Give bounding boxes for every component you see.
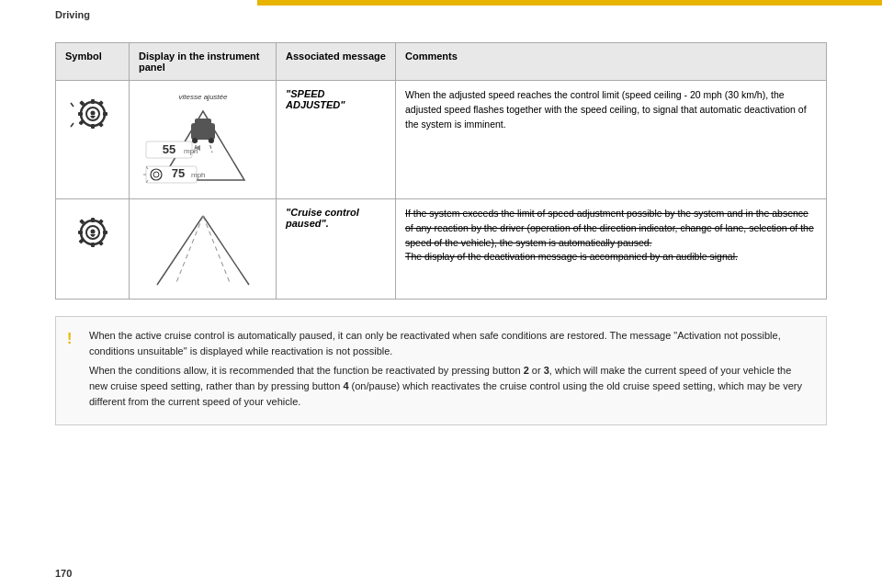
- panel-display-2: [148, 207, 258, 291]
- message-text-1: "SPEED ADJUSTED": [286, 88, 345, 110]
- message-cell-2: "Cruise control paused".: [277, 199, 396, 300]
- svg-rect-6: [97, 100, 103, 106]
- comments-text-2a: If the system exceeds the limit of speed…: [405, 208, 814, 248]
- svg-text:55: 55: [162, 142, 175, 156]
- top-accent-bar: [257, 0, 882, 6]
- svg-line-44: [157, 216, 203, 285]
- svg-rect-39: [97, 219, 103, 224]
- notice-text-1: When the active cruise control is automa…: [89, 328, 811, 359]
- svg-line-12: [71, 123, 74, 127]
- svg-line-11: [71, 103, 74, 107]
- message-text-2: "Cruise control paused".: [286, 207, 359, 229]
- cruise-icon-1: [69, 88, 117, 136]
- svg-text:vitesse ajustée: vitesse ajustée: [178, 93, 227, 101]
- svg-rect-35: [91, 218, 95, 222]
- display-cell-1: vitesse ajustée: [130, 81, 277, 199]
- svg-point-19: [192, 138, 198, 143]
- col-header-comments: Comments: [396, 43, 827, 81]
- svg-rect-8: [97, 121, 103, 127]
- table-row: vitesse ajustée: [56, 81, 827, 199]
- comments-cell-1: When the adjusted speed reaches the cont…: [396, 81, 827, 199]
- notice-text-2: When the conditions allow, it is recomme…: [89, 363, 811, 410]
- table-row: "Cruise control paused". If the system e…: [56, 199, 827, 300]
- symbols-table: Symbol Display in the instrument panel A…: [55, 42, 827, 300]
- main-content: Symbol Display in the instrument panel A…: [0, 24, 882, 444]
- page-number: 170: [55, 568, 72, 579]
- svg-rect-36: [91, 243, 95, 247]
- svg-rect-37: [103, 231, 107, 234]
- comments-text-2b: The display of the deactivation message …: [405, 251, 738, 262]
- svg-point-10: [90, 111, 95, 116]
- panel-svg-2: [148, 207, 258, 289]
- col-header-symbol: Symbol: [56, 43, 130, 81]
- svg-rect-41: [97, 240, 103, 245]
- table-header-row: Symbol Display in the instrument panel A…: [56, 43, 827, 81]
- notice-box: ! When the active cruise control is auto…: [55, 316, 827, 425]
- svg-text:mph: mph: [191, 171, 206, 179]
- comments-cell-2: If the system exceeds the limit of speed…: [396, 199, 827, 300]
- svg-rect-18: [195, 119, 211, 128]
- display-cell-2: [130, 199, 277, 300]
- message-cell-1: "SPEED ADJUSTED": [277, 81, 396, 199]
- symbol-cell-1: [56, 81, 130, 199]
- col-header-display: Display in the instrument panel: [130, 43, 277, 81]
- cruise-icon-2: [69, 207, 117, 254]
- svg-rect-2: [91, 99, 95, 104]
- comments-text-1: When the adjusted speed reaches the cont…: [405, 89, 807, 130]
- svg-line-45: [203, 216, 249, 285]
- panel-svg-1: vitesse ajustée: [143, 88, 263, 189]
- svg-point-43: [90, 230, 95, 234]
- symbol-cell-2: [56, 199, 130, 300]
- svg-rect-3: [91, 124, 95, 129]
- svg-text:75: 75: [171, 166, 184, 180]
- svg-rect-5: [78, 112, 83, 116]
- svg-rect-38: [78, 231, 83, 234]
- svg-rect-4: [103, 112, 107, 116]
- exclamation-icon: !: [67, 328, 72, 351]
- section-title: Driving: [55, 9, 90, 20]
- col-header-message: Associated message: [277, 43, 396, 81]
- panel-display-1: vitesse ajustée: [143, 88, 263, 191]
- svg-point-20: [209, 138, 214, 143]
